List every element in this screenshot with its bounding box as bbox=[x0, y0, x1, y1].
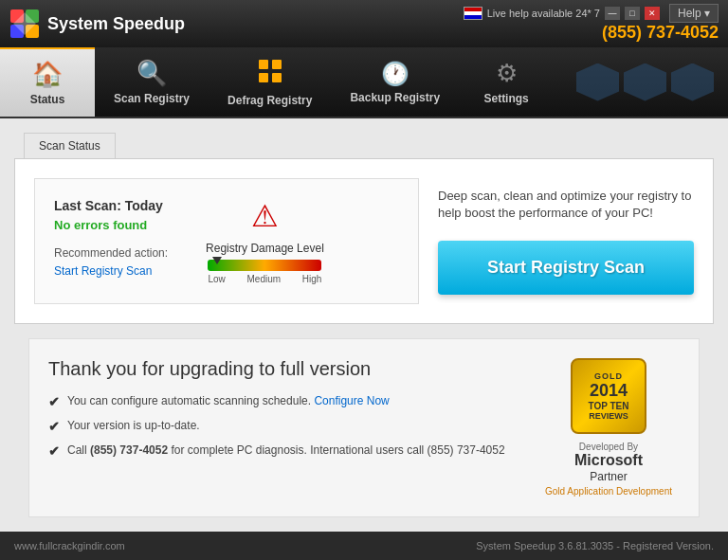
nav-label-backup: Backup Registry bbox=[350, 91, 440, 104]
home-icon: 🏠 bbox=[32, 60, 63, 89]
badge-gold-label: GOLD bbox=[594, 371, 623, 381]
tab-scan-status[interactable]: Scan Status bbox=[24, 133, 116, 158]
start-scan-link[interactable]: Start Registry Scan bbox=[54, 264, 152, 278]
nav-item-backup-registry[interactable]: 🕐 Backup Registry bbox=[331, 47, 459, 117]
nav-label-status: Status bbox=[30, 93, 65, 106]
damage-bar bbox=[208, 260, 321, 271]
damage-level-label: Registry Damage Level bbox=[206, 242, 324, 255]
tab-content: Last Scan: Today No errors found Recomme… bbox=[15, 159, 713, 323]
main-content: Scan Status Last Scan: Today No errors f… bbox=[0, 118, 728, 532]
svg-rect-6 bbox=[272, 60, 282, 69]
damage-low: Low bbox=[208, 274, 225, 284]
tab-panel-body: Last Scan: Today No errors found Recomme… bbox=[14, 158, 714, 324]
scan-status-inner: Last Scan: Today No errors found Recomme… bbox=[54, 198, 399, 284]
svg-rect-7 bbox=[259, 73, 268, 82]
hex-3 bbox=[671, 63, 714, 101]
defrag-icon bbox=[257, 58, 283, 90]
badge-top10: TOP TEN bbox=[589, 401, 629, 411]
help-button[interactable]: Help ▾ bbox=[669, 4, 719, 23]
ms-partner: Developed By Microsoft Partner Gold Appl… bbox=[545, 442, 672, 497]
damage-indicator bbox=[212, 257, 222, 264]
phone-bold-1: (855) 737-4052 bbox=[90, 443, 168, 457]
right-description: Deep scan, clean and optimize your regis… bbox=[438, 188, 694, 222]
developed-by-label: Developed By bbox=[545, 442, 672, 452]
scan-status-left: Last Scan: Today No errors found Recomme… bbox=[34, 178, 419, 304]
badge-reviews: REVIEWS bbox=[589, 411, 628, 421]
check-icon-2: ✔ bbox=[48, 419, 60, 434]
nav-label-defrag: Defrag Registry bbox=[228, 94, 312, 107]
logo-icon bbox=[9, 9, 40, 39]
check-icon-3: ✔ bbox=[48, 443, 60, 459]
svg-rect-5 bbox=[259, 60, 268, 69]
app-title: System Speedup bbox=[47, 14, 185, 34]
upgrade-section: Thank you for upgrading to full version … bbox=[28, 338, 700, 517]
last-scan-label: Last Scan: Today bbox=[54, 198, 168, 213]
nav-label-scan-registry: Scan Registry bbox=[114, 92, 190, 105]
feature-text-1: You can configure automatic scanning sch… bbox=[67, 394, 390, 407]
nav-bar: 🏠 Status 🔍 Scan Registry Defrag Registry… bbox=[0, 47, 728, 118]
feature-text-2: Your version is up-to-date. bbox=[67, 419, 200, 432]
backup-icon: 🕐 bbox=[381, 61, 410, 87]
nav-item-defrag-registry[interactable]: Defrag Registry bbox=[209, 47, 331, 117]
feature-item-2: ✔ Your version is up-to-date. bbox=[48, 419, 519, 434]
title-bar-right: Live help available 24* 7 — □ ✕ Help ▾ (… bbox=[464, 0, 719, 43]
feature-item-1: ✔ You can configure automatic scanning s… bbox=[48, 394, 519, 409]
recommended-label: Recommended action: bbox=[54, 246, 168, 260]
nav-item-settings[interactable]: ⚙ Settings bbox=[459, 47, 554, 117]
no-errors-label: No errors found bbox=[54, 218, 168, 232]
gold-badge: GOLD 2014 TOP TEN REVIEWS bbox=[571, 358, 646, 434]
hex-2 bbox=[624, 63, 666, 101]
footer-version: System Speedup 3.6.81.3035 - Registered … bbox=[476, 540, 714, 551]
window-controls: — □ ✕ Help ▾ bbox=[605, 4, 719, 23]
upgrade-left: Thank you for upgrading to full version … bbox=[48, 358, 519, 497]
scan-icon: 🔍 bbox=[136, 59, 167, 88]
live-help-text: Live help available 24* 7 bbox=[487, 8, 600, 19]
damage-medium: Medium bbox=[247, 274, 282, 284]
feature-item-3: ✔ Call (855) 737-4052 for complete PC di… bbox=[48, 443, 519, 459]
gold-app-text: Gold Application Development bbox=[545, 486, 672, 497]
feature-text-3: Call (855) 737-4052 for complete PC diag… bbox=[67, 443, 505, 457]
damage-icon: ⚠ bbox=[251, 198, 279, 234]
nav-hexagons bbox=[576, 47, 728, 117]
scan-info: Last Scan: Today No errors found Recomme… bbox=[54, 198, 168, 278]
footer: www.fullcrackgindir.com System Speedup 3… bbox=[0, 532, 728, 560]
nav-item-status[interactable]: 🏠 Status bbox=[0, 47, 95, 117]
damage-level-section: ⚠ Registry Damage Level Low Medium High bbox=[206, 198, 324, 284]
phone-number: (855) 737-4052 bbox=[602, 23, 719, 43]
upgrade-title: Thank you for upgrading to full version bbox=[48, 358, 519, 380]
live-help-area: Live help available 24* 7 — □ ✕ Help ▾ bbox=[464, 4, 719, 23]
settings-icon: ⚙ bbox=[496, 59, 518, 88]
damage-bar-labels: Low Medium High bbox=[208, 274, 321, 284]
maximize-button[interactable]: □ bbox=[625, 7, 640, 20]
scan-status-right: Deep scan, clean and optimize your regis… bbox=[438, 178, 694, 304]
configure-now-link[interactable]: Configure Now bbox=[314, 394, 389, 407]
upgrade-right: GOLD 2014 TOP TEN REVIEWS Developed By M… bbox=[537, 358, 680, 497]
badge-year: 2014 bbox=[590, 381, 628, 401]
minimize-button[interactable]: — bbox=[605, 7, 620, 20]
close-button[interactable]: ✕ bbox=[645, 7, 660, 20]
nav-label-settings: Settings bbox=[483, 92, 528, 105]
microsoft-text: Microsoft bbox=[545, 452, 672, 469]
nav-item-scan-registry[interactable]: 🔍 Scan Registry bbox=[95, 47, 209, 117]
tab-panel: Scan Status Last Scan: Today No errors f… bbox=[14, 133, 714, 324]
footer-url: www.fullcrackgindir.com bbox=[14, 540, 125, 551]
title-bar: System Speedup Live help available 24* 7… bbox=[0, 0, 728, 47]
hex-1 bbox=[576, 63, 619, 101]
svg-rect-8 bbox=[272, 73, 282, 82]
damage-high: High bbox=[302, 274, 322, 284]
check-icon-1: ✔ bbox=[48, 394, 60, 409]
app-logo: System Speedup bbox=[9, 9, 185, 39]
flag-icon bbox=[464, 7, 482, 20]
partner-text: Partner bbox=[590, 470, 627, 483]
start-registry-scan-button[interactable]: Start Registry Scan bbox=[438, 241, 694, 295]
